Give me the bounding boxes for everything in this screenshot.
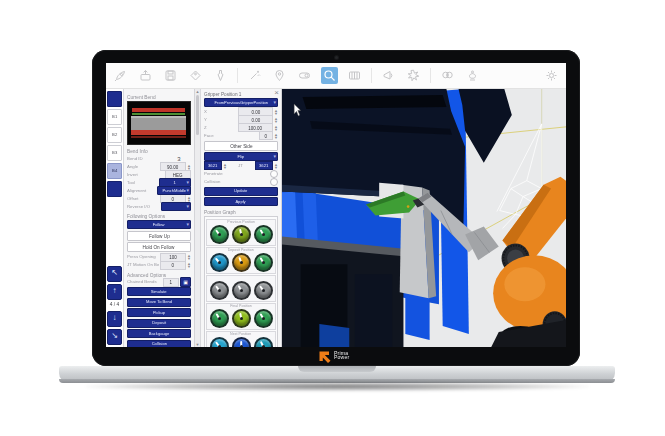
main-toolbar [106, 63, 566, 89]
bend-preview-punch [131, 116, 186, 130]
axis-gauge-1-0 [210, 253, 229, 272]
last-bend-button[interactable]: ↘ [107, 329, 122, 345]
previous-bend-button[interactable]: ↑ [107, 284, 122, 300]
battery-icon[interactable] [296, 67, 313, 84]
gripper-action-update[interactable]: Update [204, 187, 278, 196]
gripper-action-buttons: UpdateApply [204, 187, 278, 207]
action-collision[interactable]: Collision [127, 340, 191, 348]
jt-right-input[interactable]: 3621 [255, 161, 273, 170]
laptop-shadow [85, 382, 590, 391]
action-pickup[interactable]: Pickup [127, 308, 191, 317]
action-simulate[interactable]: Simulate [127, 287, 191, 296]
follow-mode-dropdown[interactable]: Follow [127, 220, 191, 229]
lamp-icon[interactable] [464, 67, 481, 84]
jt-motion-input[interactable]: 0 [160, 261, 186, 270]
laptop-base [59, 366, 615, 383]
follow-up-button[interactable]: Follow Up [127, 231, 191, 241]
launch-icon[interactable] [112, 67, 129, 84]
toolbar-separator [237, 68, 238, 83]
bend-item-5[interactable] [107, 181, 122, 197]
axis-gauge-0-2 [254, 225, 273, 244]
graph-row-2 [206, 275, 276, 302]
bend-preview-die-lower [131, 130, 186, 135]
face-input[interactable]: 0 [259, 131, 273, 140]
face-stepper[interactable]: ▲▼ [274, 133, 278, 139]
x-stepper[interactable]: ▲▼ [274, 109, 278, 115]
graph-row-deposit-position: Deposit Position [206, 247, 276, 274]
import-icon[interactable] [137, 67, 154, 84]
flip-dropdown[interactable]: Flip [204, 152, 278, 161]
close-icon[interactable]: × [274, 89, 279, 97]
save-icon[interactable] [162, 67, 179, 84]
reverse-io-dropdown[interactable] [161, 202, 191, 211]
penetrate-radio[interactable] [270, 170, 278, 178]
bend-item-B4[interactable]: B4 [107, 163, 122, 179]
3d-viewport[interactable] [282, 89, 566, 347]
film-strip-icon[interactable] [346, 67, 363, 84]
scroll-up-icon[interactable]: ▲ [196, 89, 200, 94]
chained-bends-input[interactable]: 1 [163, 278, 179, 287]
jt-motion-stepper[interactable]: ▲▼ [187, 262, 191, 268]
collision-row: Collision [204, 178, 278, 185]
location-pin-icon[interactable] [271, 67, 288, 84]
laptop-bezel: B1B2B3B4↖↑4 / 4↓↘ Current Bend Bend Info… [92, 50, 580, 366]
gripper-position-panel: × Gripper Position 1 FromPreviousGripper… [201, 89, 282, 347]
axis-row-z: Z 100.00 ▲▼ [204, 124, 278, 131]
jt-right-stepper[interactable]: ▲▼ [274, 163, 278, 169]
graph-row-previous-position: Previous Position [206, 219, 276, 246]
zoom-icon[interactable] [321, 67, 338, 84]
workspace: B1B2B3B4↖↑4 / 4↓↘ Current Bend Bend Info… [106, 89, 566, 347]
field-reverse-io: Reverse I/O [127, 203, 191, 210]
offset-stepper[interactable]: ▲▼ [187, 196, 191, 202]
press-beam-rail [303, 95, 447, 109]
angle-stepper[interactable]: ▲▼ [187, 164, 191, 170]
brand-text: Prima Power [334, 352, 349, 361]
action-deposit[interactable]: Deposit [127, 319, 191, 328]
gripper-pin [407, 205, 410, 208]
bend-preview-die [132, 108, 185, 112]
bend-item-B3[interactable]: B3 [107, 145, 122, 161]
next-bend-button[interactable]: ↓ [107, 311, 122, 327]
collision-radio[interactable] [270, 178, 278, 186]
brain-icon[interactable] [439, 67, 456, 84]
bend-item-0[interactable] [107, 91, 122, 107]
bend-preview [127, 101, 191, 145]
magic-wand-icon[interactable] [246, 67, 263, 84]
toolbar-separator [430, 68, 431, 83]
axis-row-x: X 0.00 ▲▼ [204, 108, 278, 115]
bend-item-B1[interactable]: B1 [107, 109, 122, 125]
axis-row-y: Y 0.00 ▲▼ [204, 116, 278, 123]
field-alignment: Alignment PunchMiddle [127, 187, 191, 194]
other-side-button[interactable]: Other Side [204, 141, 278, 151]
scroll-down-icon[interactable]: ▼ [196, 342, 200, 347]
y-stepper[interactable]: ▲▼ [274, 117, 278, 123]
robot-config-button[interactable]: ▣ [180, 277, 191, 287]
scroll-thumb[interactable] [196, 95, 199, 135]
field-press-opening: Press Opening 100 ▲▼ [127, 254, 191, 261]
megaphone-icon[interactable] [380, 67, 397, 84]
first-bend-button[interactable]: ↖ [107, 266, 122, 282]
field-angle: Angle 90.00 ▲▼ [127, 163, 191, 170]
press-opening-stepper[interactable]: ▲▼ [187, 254, 191, 260]
settings-icon[interactable] [543, 67, 560, 84]
action-move-to-bend[interactable]: Move To Bend [127, 298, 191, 307]
field-chained-bends: Chained Bends 1 ▣ [127, 279, 191, 286]
gripper-mode-dropdown[interactable]: FromPreviousGripperPosition [204, 98, 278, 107]
jt-left-input[interactable]: 3621 [204, 161, 222, 170]
bend-item-B2[interactable]: B2 [107, 127, 122, 143]
jt-left-stepper[interactable]: ▲▼ [223, 163, 227, 169]
z-stepper[interactable]: ▲▼ [274, 125, 278, 131]
gripper-action-apply[interactable]: Apply [204, 197, 278, 206]
graph-row-final-position: Final Position [206, 303, 276, 330]
punch-tool-icon[interactable] [212, 67, 229, 84]
spark-icon[interactable] [405, 67, 422, 84]
action-backgauge[interactable]: Backgauge [127, 329, 191, 338]
axis-gauge-3-2 [254, 309, 273, 328]
prima-power-logo-icon [319, 351, 331, 363]
hold-on-follow-button[interactable]: Hold On Follow [127, 242, 191, 252]
tag-icon[interactable] [187, 67, 204, 84]
toolbar-separator [371, 68, 372, 83]
axis-gauge-0-1 [232, 225, 251, 244]
axis-gauge-4-0 [210, 337, 229, 347]
alignment-dropdown[interactable]: PunchMiddle [157, 186, 191, 195]
